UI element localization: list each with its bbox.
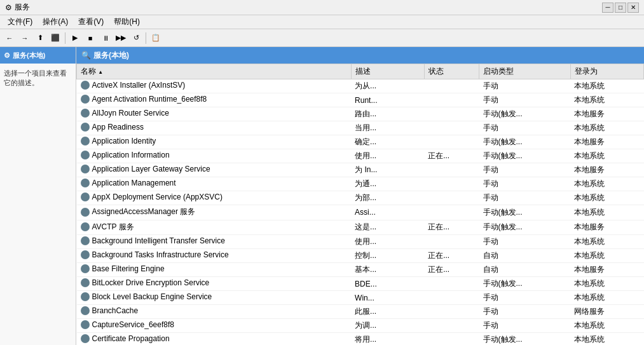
back-button[interactable]: ← xyxy=(3,31,17,45)
maximize-button[interactable]: □ xyxy=(615,3,626,13)
forward-button[interactable]: → xyxy=(18,31,32,45)
service-login-cell: 本地系统 xyxy=(570,235,643,249)
service-startup-cell: 手动(触发... xyxy=(479,220,571,235)
table-row[interactable]: App Readiness当用...手动本地系统 xyxy=(77,121,644,135)
service-login-cell: 本地系统 xyxy=(570,177,643,191)
service-icon xyxy=(81,123,90,132)
table-row[interactable]: AllJoyn Router Service路由...手动(触发...本地服务 xyxy=(77,107,644,121)
col-header-name[interactable]: 名称 ▲ xyxy=(77,64,352,79)
table-row[interactable]: Application Management为通...手动本地系统 xyxy=(77,177,644,191)
table-row[interactable]: Background Tasks Infrastructure Service控… xyxy=(77,249,644,263)
service-name-cell: Base Filtering Engine xyxy=(77,263,352,277)
service-startup-cell: 手动 xyxy=(479,177,571,191)
services-table-container[interactable]: 名称 ▲ 描述 状态 启动类型 登录为 ActiveX Installer (A… xyxy=(76,64,644,345)
service-name-cell: Application Layer Gateway Service xyxy=(77,163,352,177)
service-icon xyxy=(81,236,90,245)
col-header-login[interactable]: 登录为 xyxy=(570,64,643,79)
content-area: 🔍 服务(本地) 名称 ▲ 描述 状态 启动类型 登录为 Ac xyxy=(76,47,644,345)
service-status-cell xyxy=(424,191,479,205)
table-row[interactable]: Application Layer Gateway Service为 In...… xyxy=(77,163,644,177)
service-login-cell: 本地服务 xyxy=(570,107,643,121)
col-header-desc[interactable]: 描述 xyxy=(351,64,424,79)
service-name-cell: BitLocker Drive Encryption Service xyxy=(77,277,352,291)
service-login-cell: 本地系统 xyxy=(570,319,643,333)
service-desc-cell: Assi... xyxy=(351,205,424,220)
service-icon xyxy=(81,208,90,217)
service-desc-cell: 当用... xyxy=(351,121,424,135)
service-status-cell xyxy=(424,305,479,319)
table-row[interactable]: AppX Deployment Service (AppXSVC)为部...手动… xyxy=(77,191,644,205)
service-status-cell xyxy=(424,93,479,107)
service-desc-cell: 确定... xyxy=(351,135,424,149)
service-name-cell: Application Management xyxy=(77,177,352,191)
title-bar: ⚙ 服务 ─ □ ✕ xyxy=(0,0,644,15)
search-icon: 🔍 xyxy=(81,51,91,60)
service-status-cell xyxy=(424,107,479,121)
service-status-cell: 正在... xyxy=(424,249,479,263)
table-row[interactable]: AssignedAccessManager 服务Assi...手动(触发...本… xyxy=(77,205,644,220)
table-row[interactable]: Agent Activation Runtime_6eef8f8Runt...手… xyxy=(77,93,644,107)
service-status-cell xyxy=(424,177,479,191)
table-row[interactable]: Certificate Propagation将用...手动(触发...本地系统 xyxy=(77,333,644,346)
service-login-cell: 网络服务 xyxy=(570,305,643,319)
col-header-startup[interactable]: 启动类型 xyxy=(479,64,571,79)
table-row[interactable]: Block Level Backup Engine ServiceWin...手… xyxy=(77,291,644,305)
service-desc-cell: 基本... xyxy=(351,263,424,277)
table-row[interactable]: CaptureService_6eef8f8为调...手动本地系统 xyxy=(77,319,644,333)
service-name-cell: AssignedAccessManager 服务 xyxy=(77,205,352,220)
table-row[interactable]: ActiveX Installer (AxInstSV)为从...手动本地系统 xyxy=(77,79,644,93)
service-name-cell: Application Information xyxy=(77,149,352,163)
resume-service-button[interactable]: ▶▶ xyxy=(114,31,128,45)
col-header-status[interactable]: 状态 xyxy=(424,64,479,79)
service-icon xyxy=(81,222,90,231)
service-login-cell: 本地系统 xyxy=(570,149,643,163)
service-login-cell: 本地系统 xyxy=(570,333,643,346)
menu-help[interactable]: 帮助(H) xyxy=(109,15,145,29)
service-startup-cell: 手动 xyxy=(479,319,571,333)
service-name-cell: Certificate Propagation xyxy=(77,333,352,346)
service-login-cell: 本地系统 xyxy=(570,121,643,135)
restart-service-button[interactable]: ↺ xyxy=(129,31,143,45)
table-row[interactable]: Background Intelligent Transfer Service使… xyxy=(77,235,644,249)
service-desc-cell: 此服... xyxy=(351,305,424,319)
window-controls: ─ □ ✕ xyxy=(602,3,639,13)
start-service-button[interactable]: ▶ xyxy=(68,31,82,45)
stop-service-button[interactable]: ■ xyxy=(83,31,97,45)
service-startup-cell: 手动(触发... xyxy=(479,277,571,291)
table-row[interactable]: BranchCache此服...手动网络服务 xyxy=(77,305,644,319)
service-icon xyxy=(81,264,90,273)
service-icon xyxy=(81,179,90,187)
service-icon xyxy=(81,306,90,315)
service-status-cell xyxy=(424,333,479,346)
table-row[interactable]: AVCTP 服务这是...正在...手动(触发...本地服务 xyxy=(77,220,644,235)
content-title: 服务(本地) xyxy=(93,50,129,61)
table-row[interactable]: Application Information使用...正在...手动(触发..… xyxy=(77,149,644,163)
service-status-cell: 正在... xyxy=(424,149,479,163)
service-desc-cell: Runt... xyxy=(351,93,424,107)
menu-file[interactable]: 文件(F) xyxy=(3,15,38,29)
content-header: 🔍 服务(本地) xyxy=(76,47,644,64)
menu-view[interactable]: 查看(V) xyxy=(73,15,109,29)
service-startup-cell: 手动 xyxy=(479,121,571,135)
service-icon xyxy=(81,165,90,173)
close-button[interactable]: ✕ xyxy=(627,3,639,13)
service-name-cell: Background Intelligent Transfer Service xyxy=(77,235,352,249)
service-login-cell: 本地服务 xyxy=(570,263,643,277)
sidebar-title: 服务(本地) xyxy=(13,51,45,60)
show-hide-button[interactable]: ⬛ xyxy=(48,31,62,45)
service-login-cell: 本地系统 xyxy=(570,93,643,107)
sidebar-header: ⚙ 服务(本地) xyxy=(0,47,76,64)
pause-service-button[interactable]: ⏸ xyxy=(99,31,113,45)
table-row[interactable]: Application Identity确定...手动(触发...本地服务 xyxy=(77,135,644,149)
up-button[interactable]: ⬆ xyxy=(33,31,47,45)
service-status-cell xyxy=(424,121,479,135)
table-row[interactable]: Base Filtering Engine基本...正在...自动本地服务 xyxy=(77,263,644,277)
minimize-button[interactable]: ─ xyxy=(602,3,613,13)
table-row[interactable]: BitLocker Drive Encryption ServiceBDE...… xyxy=(77,277,644,291)
menu-action[interactable]: 操作(A) xyxy=(38,15,73,29)
service-desc-cell: BDE... xyxy=(351,277,424,291)
properties-button[interactable]: 📋 xyxy=(149,31,163,45)
service-icon xyxy=(81,292,90,301)
service-icon xyxy=(81,95,90,104)
service-status-cell xyxy=(424,163,479,177)
